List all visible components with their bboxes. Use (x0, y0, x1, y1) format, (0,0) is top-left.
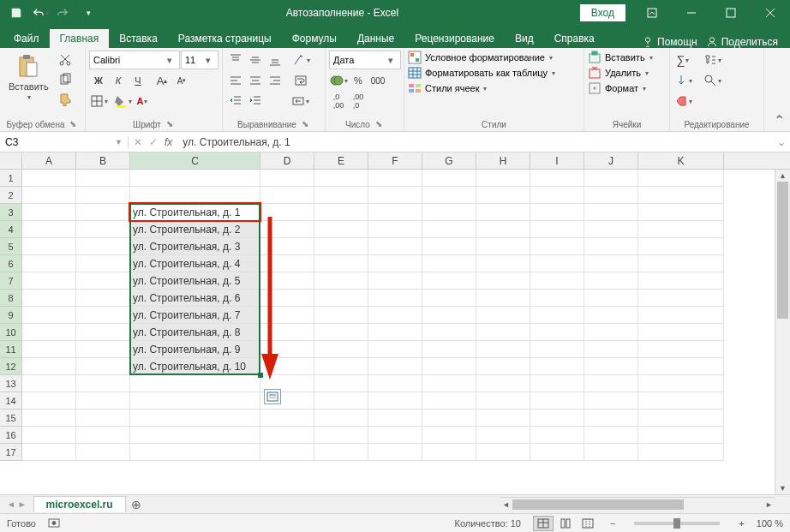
cell[interactable] (368, 255, 422, 272)
shrink-font-icon[interactable]: A▾ (172, 71, 191, 90)
vscroll-thumb[interactable] (777, 182, 788, 319)
cell[interactable] (22, 187, 76, 204)
cancel-icon[interactable]: ✕ (134, 136, 142, 148)
merge-cells-icon[interactable]: ▾ (290, 92, 309, 111)
cell[interactable] (260, 409, 314, 427)
cell[interactable] (130, 170, 260, 187)
cell[interactable] (368, 392, 422, 409)
undo-icon[interactable]: ▾ (29, 2, 51, 24)
cell[interactable] (476, 272, 530, 290)
zoom-out-button[interactable]: − (610, 518, 615, 529)
cell[interactable] (76, 375, 130, 392)
cell[interactable] (76, 170, 130, 187)
cell[interactable] (638, 444, 724, 461)
cell[interactable] (476, 427, 530, 444)
cell[interactable] (476, 238, 530, 255)
find-select-icon[interactable]: ▾ (703, 71, 721, 90)
cell[interactable] (76, 272, 130, 290)
cell[interactable] (584, 324, 638, 341)
cell[interactable] (638, 204, 724, 221)
col-header-K[interactable]: K (638, 152, 724, 169)
cell[interactable] (22, 409, 76, 427)
cell[interactable] (476, 255, 530, 272)
qat-customize-icon[interactable]: ▾ (77, 2, 99, 24)
cell[interactable] (530, 358, 584, 375)
cell[interactable] (530, 427, 584, 444)
grow-font-icon[interactable]: A▴ (153, 71, 171, 90)
cell[interactable] (638, 255, 724, 272)
align-center-icon[interactable] (246, 71, 265, 90)
borders-icon[interactable]: ▾ (89, 92, 108, 111)
cell[interactable] (22, 375, 76, 392)
scroll-up-icon[interactable]: ▲ (775, 170, 790, 182)
cell[interactable] (260, 341, 314, 358)
cell[interactable] (314, 255, 368, 272)
cell[interactable] (22, 307, 76, 324)
cell[interactable] (260, 324, 314, 341)
fill-color-icon[interactable]: ▾ (113, 92, 132, 111)
format-cells-button[interactable]: Формат▾ (588, 81, 646, 95)
cell[interactable] (260, 272, 314, 290)
cell[interactable] (638, 272, 724, 290)
cell[interactable] (638, 170, 724, 187)
row-header[interactable]: 6 (0, 255, 22, 272)
autosum-icon[interactable]: ∑▾ (673, 51, 692, 69)
col-header-E[interactable]: E (314, 152, 368, 169)
cell[interactable] (76, 427, 130, 444)
cell[interactable] (584, 358, 638, 375)
cell[interactable] (130, 427, 260, 444)
align-right-icon[interactable] (266, 71, 284, 90)
cell[interactable] (584, 427, 638, 444)
cell[interactable] (584, 221, 638, 238)
align-bottom-icon[interactable] (266, 51, 284, 69)
launcher-icon[interactable]: ⬊ (300, 119, 310, 129)
tab-view[interactable]: Вид (505, 29, 544, 48)
decrease-decimal-icon[interactable]: ,00,0 (349, 92, 368, 111)
decrease-indent-icon[interactable] (226, 92, 245, 111)
cell[interactable] (638, 341, 724, 358)
col-header-J[interactable]: J (584, 152, 638, 169)
zoom-level[interactable]: 100 % (757, 518, 783, 529)
cell[interactable] (476, 409, 530, 427)
cell[interactable] (530, 204, 584, 221)
name-box[interactable]: C3▼ (0, 136, 129, 148)
cell[interactable] (530, 238, 584, 255)
cell[interactable] (314, 358, 368, 375)
tab-layout[interactable]: Разметка страницы (168, 29, 282, 48)
cell[interactable] (476, 221, 530, 238)
tab-review[interactable]: Рецензирование (404, 29, 505, 48)
cell[interactable] (422, 358, 476, 375)
autofill-options-button[interactable] (264, 389, 281, 404)
underline-button[interactable]: Ч (129, 71, 147, 90)
sign-in-button[interactable]: Вход (580, 4, 625, 21)
cell[interactable] (314, 341, 368, 358)
cell[interactable] (22, 392, 76, 409)
cell[interactable] (314, 221, 368, 238)
cell[interactable] (368, 375, 422, 392)
sort-filter-icon[interactable]: ▾ (703, 51, 721, 69)
cell[interactable] (314, 324, 368, 341)
cell[interactable] (422, 290, 476, 307)
cell[interactable] (638, 307, 724, 324)
cell[interactable] (584, 238, 638, 255)
percent-icon[interactable]: % (349, 71, 368, 90)
row-header[interactable]: 12 (0, 358, 22, 375)
cell[interactable] (314, 187, 368, 204)
cell[interactable] (22, 358, 76, 375)
cell[interactable] (422, 170, 476, 187)
cell[interactable]: ул. Строительная, д. 5 (130, 272, 260, 290)
cell[interactable] (638, 324, 724, 341)
cell[interactable] (638, 358, 724, 375)
tab-insert[interactable]: Вставка (109, 29, 168, 48)
clear-icon[interactable]: ▾ (673, 92, 692, 111)
cell[interactable] (76, 204, 130, 221)
cell[interactable] (260, 187, 314, 204)
cell[interactable] (260, 307, 314, 324)
cell[interactable] (22, 170, 76, 187)
cell[interactable] (76, 187, 130, 204)
cell[interactable] (130, 375, 260, 392)
hscroll-thumb[interactable] (512, 499, 684, 510)
col-header-G[interactable]: G (422, 152, 476, 169)
increase-indent-icon[interactable] (246, 92, 265, 111)
cell[interactable] (76, 307, 130, 324)
